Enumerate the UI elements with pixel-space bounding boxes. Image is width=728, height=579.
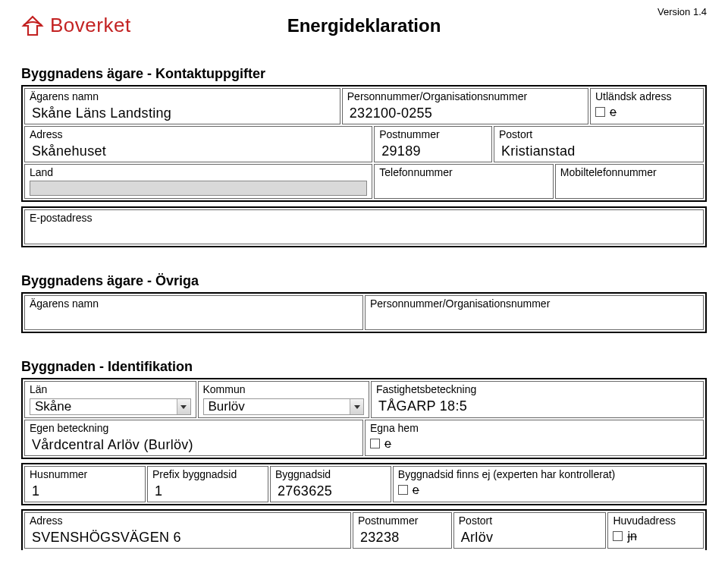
value-postort: Kristianstad	[499, 143, 698, 159]
logo-icon	[21, 14, 44, 37]
value-ident-postnr: 23238	[358, 530, 447, 546]
section-ident-heading: Byggnaden - Identifikation	[21, 359, 707, 375]
label-address: Adress	[30, 128, 367, 141]
mobile-cell: Mobiltelefonnummer	[555, 164, 704, 200]
label-other-name: Ägarens namn	[30, 297, 358, 310]
phone-cell: Telefonnummer	[374, 164, 554, 200]
egnahem-checkbox[interactable]	[370, 439, 380, 448]
lan-value: Skåne	[35, 399, 71, 414]
ident-postnr-cell: Postnummer 23238	[353, 512, 452, 549]
label-country: Land	[30, 166, 367, 179]
label-huvud: Huvudadress	[613, 514, 698, 527]
ident-postort-cell: Postort Arlöv	[453, 512, 607, 549]
value-husnr: 1	[30, 483, 140, 499]
huvud-mark: jn	[627, 530, 636, 543]
label-fastighet: Fastighetsbeteckning	[376, 383, 698, 396]
email-block: E-postadress	[21, 206, 707, 247]
foreign-cell: Utländsk adress e	[590, 88, 704, 124]
byggnadsid-cell: Byggnadsid 2763625	[270, 466, 391, 502]
missing-cell: Byggnadsid finns ej (experten har kontro…	[393, 466, 704, 502]
owner-contact-block: Ägarens namn Skåne Läns Landsting Person…	[21, 85, 707, 202]
egen-cell: Egen beteckning Vårdcentral Arlöv (Burlö…	[24, 420, 363, 456]
label-mobile: Mobiltelefonnummer	[560, 166, 698, 179]
other-name-cell: Ägarens namn	[24, 295, 363, 330]
huvud-checkbox[interactable]	[613, 531, 623, 541]
huvud-cell: Huvudadress jn	[607, 512, 704, 549]
label-phone: Telefonnummer	[379, 166, 548, 179]
fastighet-cell: Fastighetsbeteckning TÅGARP 18:5	[371, 381, 704, 418]
value-egen: Vårdcentral Arlöv (Burlöv)	[30, 437, 358, 453]
logo-text: Boverket	[50, 14, 131, 37]
chevron-down-icon	[177, 399, 190, 414]
foreign-checkbox[interactable]	[595, 107, 605, 117]
label-foreign: Utländsk adress	[595, 90, 698, 103]
address-cell: Adress Skånehuset	[24, 126, 372, 162]
missing-checkbox[interactable]	[398, 485, 408, 495]
foreign-mark: e	[610, 105, 617, 119]
kommun-value: Burlöv	[209, 399, 245, 414]
label-prefix: Prefix byggnadsid	[152, 468, 263, 481]
egnahem-cell: Egna hem e	[365, 420, 704, 456]
label-orgnr: Personnummer/Organisationsnummer	[347, 90, 583, 103]
egnahem-mark: e	[384, 437, 391, 451]
owner-name-cell: Ägarens namn Skåne Läns Landsting	[24, 88, 340, 124]
ident-block3: Adress SVENSHÖGSVÄGEN 6 Postnummer 23238…	[21, 509, 707, 550]
label-postnr: Postnummer	[379, 128, 487, 141]
prefix-cell: Prefix byggnadsid 1	[147, 466, 268, 502]
section-owner-other-heading: Byggnadens ägare - Övriga	[21, 273, 707, 289]
value-orgnr: 232100-0255	[347, 105, 583, 121]
country-cell: Land	[24, 164, 372, 200]
label-kommun: Kommun	[203, 383, 365, 396]
value-fastighet: TÅGARP 18:5	[376, 398, 698, 414]
label-owner-name: Ägarens namn	[30, 90, 335, 103]
lan-cell: Län Skåne	[24, 381, 196, 418]
ident-address-cell: Adress SVENSHÖGSVÄGEN 6	[24, 512, 351, 549]
label-lan: Län	[30, 383, 191, 396]
label-missing: Byggnadsid finns ej (experten har kontro…	[398, 468, 698, 481]
page-title: Energideklaration	[287, 15, 441, 36]
chevron-down-icon	[350, 399, 363, 414]
value-owner-name: Skåne Läns Landsting	[30, 105, 335, 121]
husnr-cell: Husnummer 1	[24, 466, 146, 502]
value-ident-address: SVENSHÖGSVÄGEN 6	[30, 530, 346, 546]
label-postort: Postort	[499, 128, 698, 141]
value-postnr: 29189	[379, 143, 487, 159]
country-input[interactable]	[30, 181, 367, 196]
owner-other-block: Ägarens namn Personnummer/Organisationsn…	[21, 292, 707, 333]
value-address: Skånehuset	[30, 143, 367, 159]
postort-cell: Postort Kristianstad	[494, 126, 704, 162]
label-ident-postnr: Postnummer	[358, 514, 447, 527]
label-ident-postort: Postort	[459, 514, 601, 527]
label-husnr: Husnummer	[30, 468, 140, 481]
ident-block2: Husnummer 1 Prefix byggnadsid 1 Byggnads…	[21, 463, 707, 505]
other-orgnr-cell: Personnummer/Organisationsnummer	[365, 295, 704, 330]
label-byggnadsid: Byggnadsid	[275, 468, 386, 481]
ident-block1: Län Skåne Kommun Burlöv Fastighetsbeteck…	[21, 378, 707, 459]
kommun-cell: Kommun Burlöv	[198, 381, 370, 418]
lan-dropdown[interactable]: Skåne	[30, 398, 191, 415]
label-egnahem: Egna hem	[370, 422, 698, 435]
value-byggnadsid: 2763625	[275, 483, 386, 499]
version-label: Version 1.4	[657, 6, 707, 17]
missing-mark: e	[413, 483, 419, 497]
label-email: E-postadress	[30, 212, 698, 225]
value-ident-postort: Arlöv	[459, 530, 601, 546]
value-prefix: 1	[152, 483, 263, 499]
label-egen: Egen beteckning	[30, 422, 358, 435]
header: Boverket Energideklaration Version 1.4	[21, 14, 707, 37]
section-owner-contact-heading: Byggnadens ägare - Kontaktuppgifter	[21, 66, 707, 82]
logo: Boverket	[21, 14, 131, 37]
kommun-dropdown[interactable]: Burlöv	[203, 398, 365, 415]
postnr-cell: Postnummer 29189	[374, 126, 492, 162]
email-cell: E-postadress	[24, 209, 704, 244]
label-ident-address: Adress	[30, 514, 346, 527]
label-other-orgnr: Personnummer/Organisationsnummer	[370, 297, 698, 310]
orgnr-cell: Personnummer/Organisationsnummer 232100-…	[342, 88, 588, 124]
